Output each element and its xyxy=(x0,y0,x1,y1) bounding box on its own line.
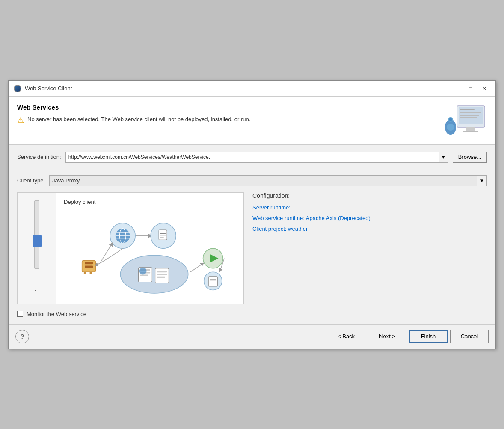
svg-rect-20 xyxy=(159,230,167,240)
header-illustration xyxy=(444,104,487,139)
title-bar: Web Service Client — □ ✕ xyxy=(9,81,495,97)
footer-left: ? xyxy=(15,330,29,343)
warning-icon: ⚠ xyxy=(17,116,24,125)
main-area: Service definition: http://www.webxml.co… xyxy=(9,145,495,324)
slider-track[interactable] xyxy=(34,200,39,269)
footer: ? < Back Next > Finish Cancel xyxy=(9,324,495,349)
diagram-area: - - - Deploy client xyxy=(17,192,244,304)
diagram-content: Deploy client xyxy=(56,193,243,304)
content-area: Web Services ⚠ No server has been select… xyxy=(9,97,495,324)
slider-mark-2: - xyxy=(35,280,37,285)
svg-rect-39 xyxy=(157,276,165,277)
client-type-select[interactable]: Java Proxy ▾ xyxy=(49,175,487,186)
svg-point-30 xyxy=(120,255,188,293)
monitor-row: Monitor the Web service xyxy=(17,311,487,317)
svg-rect-7 xyxy=(460,117,477,118)
slider-strip: - - - xyxy=(18,193,56,304)
service-definition-row: Service definition: http://www.webxml.co… xyxy=(17,152,487,168)
maximize-button[interactable]: □ xyxy=(465,84,477,93)
window-title: Web Service Client xyxy=(25,85,72,92)
service-definition-dropdown[interactable]: ▾ xyxy=(439,152,448,162)
warning-text: No server has been selected. The Web ser… xyxy=(27,115,250,124)
svg-rect-36 xyxy=(155,268,169,283)
web-service-runtime-link[interactable]: Web service runtime: Apache Axis (Deprec… xyxy=(252,215,487,221)
svg-rect-34 xyxy=(140,274,148,276)
finish-button[interactable]: Finish xyxy=(409,330,448,343)
client-type-value: Java Proxy xyxy=(50,176,477,185)
header-left: Web Services ⚠ No server has been select… xyxy=(17,104,436,125)
svg-rect-45 xyxy=(208,276,217,286)
server-runtime-link[interactable]: Server runtime: xyxy=(252,204,487,211)
back-button[interactable]: < Back xyxy=(327,330,365,343)
svg-rect-38 xyxy=(157,274,167,275)
svg-point-35 xyxy=(139,267,147,274)
svg-rect-3 xyxy=(463,131,478,132)
client-type-row: Client type: Java Proxy ▾ xyxy=(17,175,487,186)
service-definition-label: Service definition: xyxy=(17,154,61,160)
service-definition-input[interactable]: http://www.webxml.com.cn/WebServices/Wea… xyxy=(65,152,448,163)
configuration-title: Configuration: xyxy=(252,192,487,199)
svg-rect-25 xyxy=(85,262,93,264)
svg-line-40 xyxy=(190,263,204,272)
svg-point-11 xyxy=(447,124,454,131)
app-icon xyxy=(14,85,21,92)
service-definition-value: http://www.webxml.com.cn/WebServices/Wea… xyxy=(66,153,439,161)
slider-thumb[interactable] xyxy=(33,235,42,247)
monitor-checkbox[interactable] xyxy=(17,311,23,317)
svg-rect-6 xyxy=(460,115,479,116)
cancel-button[interactable]: Cancel xyxy=(450,330,489,343)
browse-button[interactable]: Browse... xyxy=(453,152,487,163)
page-title: Web Services xyxy=(17,104,436,111)
diagram-canvas xyxy=(59,207,240,301)
header-section: Web Services ⚠ No server has been select… xyxy=(9,97,495,145)
client-type-label: Client type: xyxy=(17,177,45,184)
svg-rect-4 xyxy=(460,109,475,110)
diagram-label: Deploy client xyxy=(59,195,240,207)
slider-mark-1: - xyxy=(35,272,37,277)
next-button[interactable]: Next > xyxy=(368,330,406,343)
main-window: Web Service Client — □ ✕ Web Services ⚠ … xyxy=(8,80,496,349)
svg-rect-37 xyxy=(157,271,167,272)
svg-rect-26 xyxy=(85,265,93,268)
svg-rect-27 xyxy=(84,272,86,274)
client-type-dropdown-arrow[interactable]: ▾ xyxy=(477,176,486,186)
deployment-section: - - - Deploy client xyxy=(17,192,487,304)
svg-rect-5 xyxy=(460,112,481,113)
help-button[interactable]: ? xyxy=(15,330,29,343)
svg-line-29 xyxy=(100,242,113,263)
monitor-label: Monitor the Web service xyxy=(27,311,86,317)
warning-row: ⚠ No server has been selected. The Web s… xyxy=(17,115,436,125)
svg-rect-10 xyxy=(449,118,452,121)
footer-buttons: < Back Next > Finish Cancel xyxy=(327,330,489,343)
minimize-button[interactable]: — xyxy=(451,84,463,93)
client-project-link[interactable]: Client project: weather xyxy=(252,226,487,232)
title-bar-left: Web Service Client xyxy=(14,85,72,92)
configuration-area: Configuration: Server runtime: Web servi… xyxy=(252,192,487,304)
slider-mark-3: - xyxy=(35,287,37,292)
deployment-diagram xyxy=(64,213,236,295)
close-button[interactable]: ✕ xyxy=(478,84,490,93)
window-controls: — □ ✕ xyxy=(451,84,490,93)
svg-rect-28 xyxy=(90,272,92,274)
svg-rect-2 xyxy=(466,127,475,131)
web-service-graphic xyxy=(444,104,487,138)
